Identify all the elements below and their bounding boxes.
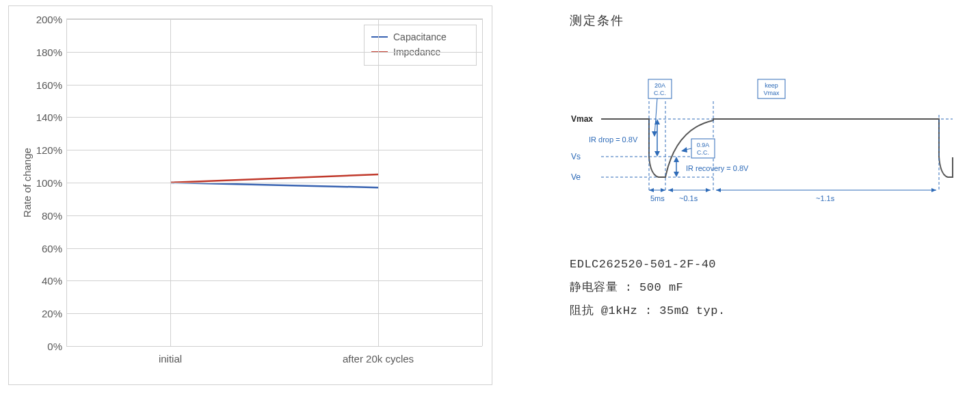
y-tick: 160%: [10, 79, 62, 90]
y-tick: 100%: [10, 177, 62, 189]
svg-marker-12: [674, 172, 679, 177]
svg-marker-15: [652, 131, 657, 137]
svg-marker-9: [654, 151, 660, 157]
vs-label: Vs: [571, 152, 581, 161]
svg-marker-27: [716, 188, 721, 192]
part-number: EDLC262520-501-2F-40: [570, 253, 726, 276]
svg-marker-22: [661, 188, 665, 192]
capacitance-spec: 静电容量 : 500 mF: [570, 276, 726, 300]
y-tick: 40%: [10, 275, 62, 287]
y-tick: 60%: [10, 242, 62, 254]
box-09a-line2: C.C.: [697, 149, 709, 156]
legend-label: Capacitance: [393, 31, 447, 42]
svg-marker-11: [674, 157, 679, 162]
y-tick: 20%: [10, 308, 62, 319]
svg-marker-21: [649, 188, 654, 192]
y-tick: 120%: [10, 144, 62, 156]
component-spec: EDLC262520-501-2F-40 静电容量 : 500 mF 阻抗 @1…: [570, 253, 726, 323]
box-keep-line2: Vmax: [763, 90, 780, 96]
box-09a-line1: 0.9A: [697, 142, 710, 148]
series-capacitance: [170, 183, 378, 187]
waveform: [601, 119, 953, 177]
ve-label: Ve: [571, 172, 581, 182]
legend-row: Capacitance: [371, 29, 469, 44]
box-20a-line2: C.C.: [654, 90, 666, 96]
svg-marker-28: [931, 188, 936, 192]
y-tick: 0%: [10, 341, 62, 352]
ir-recovery-label: IR recovery = 0.8V: [686, 164, 749, 172]
rate-of-change-chart: Rate of change CapacitanceImpedance 0%20…: [8, 5, 492, 385]
svg-marker-24: [668, 188, 673, 192]
y-tick: 180%: [10, 46, 62, 57]
vmax-label: Vmax: [571, 114, 593, 124]
t-01s: ~0.1s: [679, 194, 698, 202]
y-tick: 140%: [10, 111, 62, 123]
measurement-condition-diagram: Vmax Vs Ve IR drop = 0.8V IR recovery: [570, 74, 959, 217]
t-5ms: 5ms: [650, 194, 665, 202]
measurement-conditions-title: 测定条件: [570, 12, 624, 29]
x-tick: initial: [159, 353, 182, 365]
y-tick: 80%: [10, 209, 62, 221]
svg-marker-25: [706, 188, 711, 192]
chart-legend: CapacitanceImpedance: [364, 25, 477, 66]
svg-marker-19: [681, 147, 687, 153]
impedance-spec: 阻抗 @1kHz : 35mΩ typ.: [570, 300, 726, 323]
t-11s: ~1.1s: [816, 194, 835, 202]
box-keep-line1: keep: [765, 82, 778, 89]
legend-swatch: [371, 36, 388, 38]
ir-drop-label: IR drop = 0.8V: [589, 135, 638, 144]
y-tick: 200%: [10, 14, 62, 25]
x-tick: after 20k cycles: [343, 353, 414, 365]
series-impedance: [170, 174, 378, 183]
box-20a-line1: 20A: [654, 82, 665, 89]
